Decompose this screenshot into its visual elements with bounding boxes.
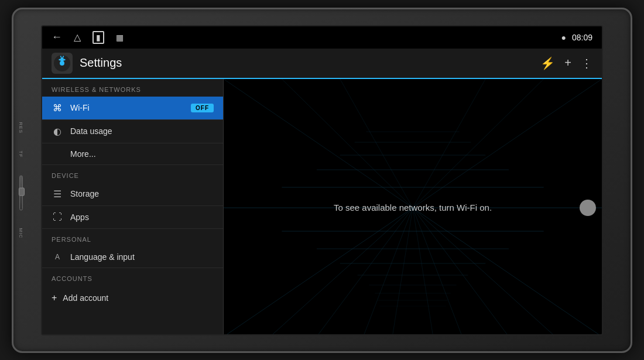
section-wireless-header: WIRELESS & NETWORKS	[42, 79, 223, 97]
header-actions: ⚡ + ⋮	[540, 56, 592, 70]
main-content: WIRELESS & NETWORKS ⌘ Wi-Fi OFF ◐ Data u…	[42, 79, 602, 335]
home-button[interactable]: △	[74, 32, 81, 43]
sidebar: WIRELESS & NETWORKS ⌘ Wi-Fi OFF ◐ Data u…	[42, 79, 224, 335]
sidebar-item-apps[interactable]: ⛶ Apps	[42, 206, 223, 229]
side-controls: RES TF MIC	[18, 122, 23, 238]
wifi-off-message: To see available networks, turn Wi-Fi on…	[322, 191, 503, 224]
wifi-toggle[interactable]: OFF	[191, 104, 214, 112]
clock: 08:09	[572, 33, 592, 42]
apps-label: Apps	[70, 212, 89, 222]
apps-icon: ⛶	[52, 212, 63, 222]
svg-line-23	[413, 208, 462, 335]
screenshot-button[interactable]: ▦	[116, 33, 124, 42]
svg-line-16	[224, 208, 413, 335]
svg-line-30	[340, 79, 413, 208]
app-title: Settings	[80, 56, 540, 70]
more-button[interactable]: ⋮	[581, 56, 592, 70]
back-button[interactable]: ←	[52, 31, 62, 43]
status-indicators: ● 08:09	[561, 33, 592, 42]
svg-line-20	[317, 208, 413, 335]
res-label: RES	[18, 122, 23, 133]
svg-line-17	[413, 208, 602, 335]
sidebar-item-more[interactable]: More...	[42, 143, 223, 165]
settings-app-icon	[52, 53, 73, 74]
svg-line-18	[270, 208, 413, 335]
svg-line-28	[282, 79, 413, 208]
section-device-header: DEVICE	[42, 165, 223, 183]
language-icon: A	[52, 253, 63, 261]
svg-line-29	[413, 79, 544, 208]
wifi-icon: ⌘	[52, 102, 63, 114]
add-button[interactable]: +	[564, 56, 571, 70]
screen: ← △ ▮ ▦ ● 08:09 Settings ⚡ +	[41, 25, 603, 335]
svg-point-1	[60, 61, 64, 66]
scroll-indicator[interactable]	[580, 200, 596, 216]
main-area: To see available networks, turn Wi-Fi on…	[224, 79, 602, 335]
add-account-icon: +	[52, 293, 57, 303]
language-label: Language & input	[70, 252, 135, 262]
tf-label: TF	[18, 151, 23, 158]
svg-line-31	[413, 79, 485, 208]
sidebar-item-data-usage[interactable]: ◐ Data usage	[42, 120, 223, 143]
sidebar-item-wifi[interactable]: ⌘ Wi-Fi OFF	[42, 97, 223, 120]
data-usage-icon: ◐	[52, 126, 63, 137]
wifi-label: Wi-Fi	[70, 103, 90, 112]
status-bar: ← △ ▮ ▦ ● 08:09	[42, 26, 602, 49]
add-account-item[interactable]: + Add account	[42, 286, 223, 310]
mic-label: MIC	[18, 228, 23, 238]
app-header: Settings ⚡ + ⋮	[42, 49, 602, 79]
storage-label: Storage	[70, 189, 99, 198]
svg-line-19	[413, 208, 555, 335]
lightning-button[interactable]: ⚡	[540, 56, 555, 70]
section-accounts-header: ACCOUNTS	[42, 268, 223, 286]
svg-line-22	[364, 208, 413, 335]
slider-thumb[interactable]	[19, 187, 25, 196]
recents-button[interactable]: ▮	[93, 31, 104, 44]
svg-line-24	[392, 208, 413, 335]
data-usage-label: Data usage	[70, 126, 112, 136]
nav-bar: ← △ ▮ ▦	[52, 31, 551, 44]
svg-line-25	[413, 208, 433, 335]
svg-line-21	[413, 208, 509, 335]
sidebar-item-storage[interactable]: ☰ Storage	[42, 183, 223, 206]
svg-line-26	[224, 79, 413, 208]
sidebar-item-language[interactable]: A Language & input	[42, 246, 223, 268]
add-account-label: Add account	[63, 293, 108, 303]
storage-icon: ☰	[52, 188, 63, 200]
device-frame: RES TF MIC ← △ ▮ ▦ ● 08:09	[12, 8, 632, 353]
section-personal-header: PERSONAL	[42, 229, 223, 246]
location-icon: ●	[561, 33, 566, 42]
more-label: More...	[70, 149, 96, 159]
svg-line-27	[413, 79, 602, 208]
volume-slider[interactable]	[19, 175, 23, 210]
